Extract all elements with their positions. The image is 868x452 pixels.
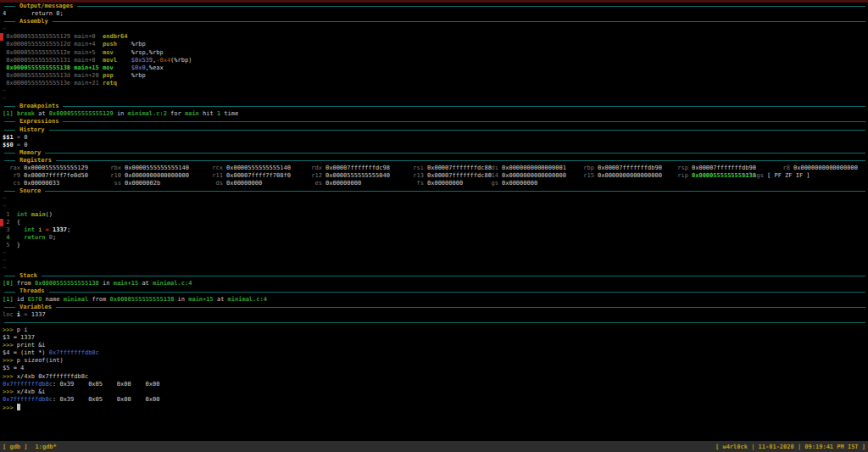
divider-line — [4, 322, 865, 323]
register-ss: ss0x0000002b — [125, 180, 160, 187]
register-name: r12 — [311, 172, 322, 180]
text: id — [14, 296, 28, 303]
register-name: rsp — [677, 165, 688, 172]
divider-line — [45, 191, 865, 192]
tilde: ~ — [3, 249, 6, 256]
register-r10: r100x0000000000000000 — [125, 172, 189, 180]
divider-line — [4, 191, 15, 192]
register-name: rip — [677, 172, 688, 180]
register-fs: fs0x00000000 — [427, 180, 463, 187]
text: %rbp — [131, 72, 146, 79]
register-name: fs — [417, 180, 424, 187]
register-value: 0x0000000000000001 — [502, 165, 566, 171]
section-header-variables: Variables — [3, 304, 868, 311]
muted-text: 0x000055555555513d — [3, 72, 70, 79]
text: p sizeof(int) — [17, 357, 64, 364]
register-name: r9 — [14, 172, 20, 180]
highlight-green: break — [17, 110, 35, 117]
register-name: rdi — [487, 165, 498, 172]
register-value: 0x0000000000000000 — [598, 172, 662, 179]
source-line-current: 4 return 0; — [3, 234, 868, 242]
text: : 0x39 0x05 0x00 0x00 — [53, 396, 159, 403]
section-header-expressions: Expressions — [3, 118, 868, 126]
tmux-status-left: [ gdb ] 1:gdb* — [3, 444, 57, 450]
register-name: es — [315, 180, 322, 187]
tmux-session-name: [ gdb ] — [3, 444, 28, 450]
highlight-green: minimal.c:2 — [128, 110, 167, 117]
register-value: 0x00000000 — [502, 180, 537, 187]
muted-text: 0x000055555555512e — [3, 49, 70, 56]
section-header-registers: Registers — [3, 157, 868, 165]
highlight-green: [0] — [3, 280, 14, 287]
text: in — [114, 110, 128, 117]
divider-line — [4, 21, 15, 22]
highlight-green: int — [24, 226, 35, 233]
divider-line — [63, 106, 865, 107]
register-value: 0x00000000 — [427, 180, 463, 187]
text: from — [14, 280, 35, 287]
register-ds: ds0x00000000 — [226, 180, 262, 187]
gdb-command: >>> x/4xb 0x7fffffffdb8c — [3, 373, 868, 381]
divider-line — [42, 276, 865, 276]
register-gs: gs0x00000000 — [502, 180, 537, 187]
text: time — [220, 110, 238, 117]
divider-line — [4, 130, 15, 131]
highlight-green: [1] — [3, 296, 14, 303]
history-entry: $$0 = 0 — [3, 142, 868, 149]
register-rbx: rbx0x0000555555555140 — [125, 165, 189, 172]
section-label: Assembly — [15, 18, 53, 25]
register-name: r10 — [110, 172, 121, 180]
section-header-breakpoints: Breakpoints — [3, 103, 868, 110]
gdb-command: >>> x/4xb &i — [3, 388, 868, 396]
tilde: ~ — [3, 195, 6, 202]
register-value: 0x00007fffffffdb90 — [598, 165, 662, 171]
terminal[interactable]: Output/messages4 return 0;Assembly~ 0x00… — [0, 3, 868, 411]
muted-text: = — [14, 142, 25, 148]
register-value: 0x00000033 — [24, 180, 59, 187]
highlight-green: minimal.c:4 — [153, 280, 192, 287]
gdb-result: $3 = 1337 — [3, 334, 868, 342]
muted-text: 5 — [3, 242, 17, 248]
register-value: 0x0000555555555040 — [326, 172, 390, 179]
value-bold: 1337 — [53, 226, 67, 233]
gdb-prompt-current[interactable]: >>> — [3, 404, 868, 411]
text: $3 = 1337 — [3, 334, 35, 341]
section-header-memory: Memory — [3, 149, 868, 157]
register-row: r90x00007ffff7fe0d50r100x000000000000000… — [3, 172, 868, 180]
value-bold: $$1 — [3, 134, 14, 141]
muted-text: main+4 — [70, 41, 103, 47]
register-value: 0x00007fffffffdc88 — [427, 165, 492, 171]
empty-line: ~ — [3, 265, 868, 272]
divider-line — [4, 307, 15, 308]
text: () — [46, 211, 53, 218]
prompt: >>> — [3, 357, 17, 364]
text: name — [42, 296, 63, 303]
highlight-green: main+15 — [114, 280, 139, 287]
divider-line — [4, 276, 15, 276]
register-rdi: rdi0x0000000000000001 — [502, 165, 566, 172]
text: : 0x39 0x05 0x00 0x00 — [53, 381, 159, 388]
text: %eax — [149, 64, 164, 71]
register-r12: r120x0000555555555040 — [326, 172, 390, 180]
muted-text: 3 — [3, 226, 17, 233]
muted-text: main+20 — [70, 72, 103, 79]
register-r14: r140x0000000000000000 — [502, 172, 566, 180]
section-header-output-messages: Output/messages — [3, 3, 868, 10]
tmux-window-tab: 1:gdb* — [36, 444, 57, 450]
asm-line-current: 0x0000555555555138 main+15 mov $0x0,%eax — [3, 64, 868, 72]
register-row: cs0x00000033ss0x0000002bds0x00000000es0x… — [3, 180, 868, 187]
source-line: 1 int main() — [3, 211, 868, 219]
register-name: rcx — [212, 165, 223, 172]
terminal-cursor[interactable] — [17, 404, 21, 411]
highlight-bright-green: 0x0000555555555138 — [3, 64, 70, 71]
highlight-bright-green: mov — [103, 64, 131, 71]
mnemonic: endbr64 — [103, 33, 128, 40]
text: at — [214, 296, 228, 303]
prompt: >>> — [3, 326, 17, 333]
prompt: >>> — [3, 388, 17, 395]
prompt: >>> — [3, 342, 17, 349]
register-value: 0x00000000 — [226, 180, 262, 187]
gdb-result: $4 = (int *) 0x7fffffffdb8c — [3, 349, 868, 357]
text: (%rbp) — [170, 57, 192, 64]
section-label: History — [15, 126, 49, 134]
